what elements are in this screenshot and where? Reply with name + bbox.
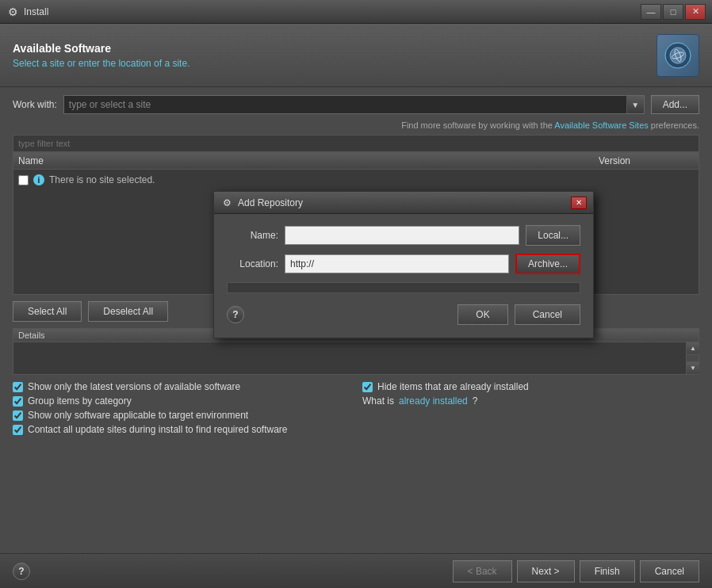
dialog-progress-bar [227, 282, 580, 293]
table-header: Name Version [13, 153, 699, 170]
combo-dropdown-arrow[interactable]: ▼ [626, 96, 644, 113]
dialog-footer: ? OK Cancel [227, 301, 580, 326]
dialog-ok-button[interactable]: OK [457, 304, 507, 325]
close-button[interactable]: ✕ [685, 4, 706, 20]
header-text: Available Software Select a site or ente… [13, 42, 189, 69]
help-button[interactable]: ? [13, 563, 30, 580]
next-button[interactable]: Next > [517, 560, 575, 582]
cb-latest-versions[interactable] [13, 382, 23, 392]
dialog-name-input[interactable] [285, 226, 519, 245]
work-with-value: type or select a site [69, 99, 151, 110]
work-with-combo[interactable]: type or select a site ▼ [63, 95, 645, 114]
checkbox-hide-installed: Hide items that are already installed [362, 381, 699, 392]
cb-latest-versions-label: Show only the latest versions of availab… [28, 381, 240, 392]
work-with-label: Work with: [13, 99, 57, 110]
dialog-title-bar: ⚙ Add Repository ✕ [214, 192, 593, 214]
cb-group-by-category-label: Group items by category [28, 395, 132, 407]
details-scrollbar[interactable]: ▲ ▼ [686, 342, 699, 374]
dialog-location-row: Location: Archive... [227, 254, 580, 274]
navigation-buttons: < Back Next > Finish Cancel [453, 560, 699, 582]
app-icon: ⚙ [6, 6, 19, 18]
dialog-location-input[interactable] [285, 254, 509, 273]
dialog-ok-cancel-buttons: OK Cancel [457, 304, 580, 325]
col-version-header: Version [599, 155, 694, 166]
options-section: Show only the latest versions of availab… [13, 381, 699, 435]
dialog-title-icon: ⚙ [220, 197, 233, 209]
dialog-title-text: Add Repository [238, 197, 571, 208]
dialog-archive-button[interactable]: Archive... [515, 254, 580, 274]
already-installed-link[interactable]: already installed [399, 395, 468, 407]
no-site-message: There is no site selected. [49, 174, 155, 185]
already-installed-prefix: What is [362, 395, 394, 407]
checkbox-group-by-category: Group items by category [13, 395, 350, 407]
details-content: ▲ ▼ [13, 342, 699, 374]
page-title: Available Software [13, 42, 189, 55]
already-installed-row: What is already installed ? [362, 395, 699, 407]
title-bar: ⚙ Install — □ ✕ [0, 0, 712, 24]
cb-contact-update-sites-label: Contact all update sites during install … [28, 424, 288, 435]
select-all-button[interactable]: Select All [13, 301, 82, 322]
checkbox-latest-versions: Show only the latest versions of availab… [13, 381, 350, 392]
scroll-down-arrow[interactable]: ▼ [687, 361, 699, 374]
scroll-up-arrow[interactable]: ▲ [687, 342, 699, 355]
header-icon [656, 34, 699, 77]
bottom-bar: ? < Back Next > Finish Cancel [0, 553, 712, 588]
finish-button[interactable]: Finish [580, 560, 635, 582]
checkbox-contact-update-sites: Contact all update sites during install … [13, 424, 699, 435]
dialog-location-label: Location: [227, 258, 278, 269]
dialog-cancel-button[interactable]: Cancel [515, 304, 580, 325]
dialog-name-label: Name: [227, 230, 278, 241]
dialog-help-button[interactable]: ? [227, 306, 244, 323]
filter-input[interactable] [13, 135, 699, 152]
install-icon [664, 41, 692, 70]
cb-contact-update-sites[interactable] [13, 425, 23, 435]
table-row-no-site: i There is no site selected. [13, 170, 699, 190]
minimize-button[interactable]: — [641, 4, 661, 20]
title-bar-controls: — □ ✕ [641, 4, 706, 20]
dialog-name-row: Name: Local... [227, 225, 580, 246]
already-installed-suffix: ? [473, 395, 478, 407]
cb-hide-installed-label: Hide items that are already installed [377, 381, 529, 392]
page-subtitle: Select a site or enter the location of a… [13, 58, 189, 69]
cb-applicable-to-target-label: Show only software applicable to target … [28, 410, 248, 421]
back-button[interactable]: < Back [453, 560, 512, 582]
dialog-local-button[interactable]: Local... [526, 225, 580, 246]
work-with-row: Work with: type or select a site ▼ Add..… [13, 95, 699, 114]
available-software-sites-link[interactable]: Available Software Sites [554, 120, 648, 130]
more-software-text: Find more software by working with the A… [13, 120, 699, 130]
cb-applicable-to-target[interactable] [13, 410, 23, 421]
no-site-checkbox[interactable] [18, 175, 29, 185]
deselect-all-button[interactable]: Deselect All [88, 301, 168, 322]
dialog-close-button[interactable]: ✕ [571, 197, 587, 209]
dialog-content: Name: Local... Location: Archive... ? OK… [214, 214, 593, 338]
col-name-header: Name [18, 155, 599, 166]
cb-hide-installed[interactable] [362, 382, 373, 392]
info-icon: i [33, 174, 44, 185]
header: Available Software Select a site or ente… [0, 24, 712, 87]
cb-group-by-category[interactable] [13, 396, 23, 407]
add-button[interactable]: Add... [651, 95, 699, 114]
cancel-button[interactable]: Cancel [640, 560, 699, 582]
title-bar-text: Install [24, 6, 641, 17]
checkbox-applicable-to-target: Show only software applicable to target … [13, 410, 350, 421]
maximize-button[interactable]: □ [663, 4, 683, 20]
add-repository-dialog[interactable]: ⚙ Add Repository ✕ Name: Local... Locati… [213, 191, 594, 338]
